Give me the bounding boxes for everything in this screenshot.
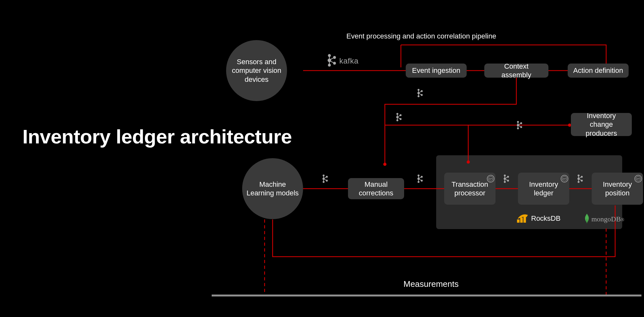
svg-point-42 xyxy=(396,119,398,121)
svg-point-3 xyxy=(383,163,386,166)
node-inventory-change-producers-label: Inventory change producers xyxy=(575,111,627,138)
svg-line-83 xyxy=(506,177,507,178)
svg-point-25 xyxy=(333,56,336,59)
node-event-ingestion: Event ingestion xyxy=(406,64,467,78)
kafka-icon xyxy=(576,174,583,184)
kafka-icon xyxy=(416,174,423,184)
svg-point-85 xyxy=(578,175,580,176)
svg-text:API: API xyxy=(636,178,640,180)
measurements-label: Measurements xyxy=(403,279,459,289)
rocksdb-icon xyxy=(517,214,529,224)
svg-line-65 xyxy=(325,177,326,178)
svg-line-92 xyxy=(580,177,581,178)
node-inventory-position-label: Inventory position xyxy=(596,180,639,198)
measurements-baseline xyxy=(212,295,641,296)
svg-rect-96 xyxy=(523,216,526,223)
node-action-definition-label: Action definition xyxy=(573,66,623,75)
svg-line-29 xyxy=(331,58,333,59)
node-context-assembly-label: Context assembly xyxy=(489,62,544,80)
svg-point-67 xyxy=(418,175,419,176)
rocksdb-label: RocksDB xyxy=(531,214,561,223)
svg-rect-94 xyxy=(517,219,520,223)
diagram-stage: Inventory ledger architecture Event proc… xyxy=(0,0,644,317)
svg-point-69 xyxy=(418,181,419,183)
svg-text:API: API xyxy=(489,178,492,180)
node-sensors-label: Sensors and computer vision devices xyxy=(229,57,284,84)
svg-line-47 xyxy=(398,116,400,116)
svg-point-87 xyxy=(578,181,580,183)
kafka-icon xyxy=(503,174,510,184)
diagram-title: Inventory ledger architecture xyxy=(22,125,292,148)
api-badge-icon: API xyxy=(487,175,495,183)
node-manual-corrections: Manual corrections xyxy=(348,178,404,199)
svg-rect-95 xyxy=(520,218,523,223)
svg-point-77 xyxy=(504,178,506,180)
kafka-icon xyxy=(395,112,402,122)
svg-line-57 xyxy=(519,126,521,127)
svg-line-74 xyxy=(419,177,421,178)
svg-point-26 xyxy=(333,62,336,65)
svg-point-31 xyxy=(418,89,419,91)
node-context-assembly: Context assembly xyxy=(484,64,548,78)
svg-point-22 xyxy=(328,54,331,57)
svg-point-60 xyxy=(323,181,325,183)
svg-point-41 xyxy=(396,116,399,118)
svg-point-40 xyxy=(396,113,398,115)
kafka-icon xyxy=(516,120,523,130)
node-event-ingestion-label: Event ingestion xyxy=(412,66,460,75)
svg-point-24 xyxy=(328,64,331,67)
mongodb-label-text: mongoDB xyxy=(591,215,621,223)
svg-point-32 xyxy=(418,92,420,94)
svg-point-33 xyxy=(418,95,419,97)
api-badge-icon: API xyxy=(634,175,642,183)
svg-point-78 xyxy=(504,181,506,183)
node-inventory-change-producers: Inventory change producers xyxy=(571,113,632,136)
node-manual-corrections-label: Manual corrections xyxy=(352,180,400,198)
svg-line-39 xyxy=(419,94,421,95)
svg-line-84 xyxy=(506,179,507,180)
kafka-icon xyxy=(321,174,328,184)
svg-point-50 xyxy=(517,124,519,126)
node-action-definition: Action definition xyxy=(568,64,629,78)
svg-line-75 xyxy=(419,179,421,180)
kafka-icon xyxy=(326,53,337,68)
mongodb-label: mongoDB® xyxy=(591,215,624,223)
svg-line-30 xyxy=(331,61,333,63)
svg-point-86 xyxy=(578,178,580,180)
svg-point-51 xyxy=(517,127,519,129)
node-ml-models-label: Machine Learning models xyxy=(245,180,300,198)
svg-line-38 xyxy=(419,91,421,92)
node-transaction-processor-label: Transaction processor xyxy=(449,180,491,198)
svg-text:API: API xyxy=(563,178,566,180)
svg-point-59 xyxy=(323,178,325,180)
svg-point-68 xyxy=(418,178,420,180)
node-sensors: Sensors and computer vision devices xyxy=(226,40,287,101)
svg-line-48 xyxy=(398,118,400,119)
api-badge-icon: API xyxy=(560,175,569,183)
mongodb-icon xyxy=(584,213,590,225)
svg-point-76 xyxy=(504,175,506,176)
svg-point-58 xyxy=(323,175,325,176)
pipeline-label: Event processing and action correlation … xyxy=(346,32,496,40)
node-inventory-ledger-label: Inventory ledger xyxy=(522,180,565,198)
svg-point-49 xyxy=(517,121,519,123)
node-ml-models: Machine Learning models xyxy=(242,158,303,219)
kafka-icon xyxy=(416,88,423,98)
svg-line-66 xyxy=(325,179,326,180)
svg-line-56 xyxy=(519,124,521,124)
svg-line-93 xyxy=(580,179,581,180)
kafka-label: kafka xyxy=(339,56,359,65)
